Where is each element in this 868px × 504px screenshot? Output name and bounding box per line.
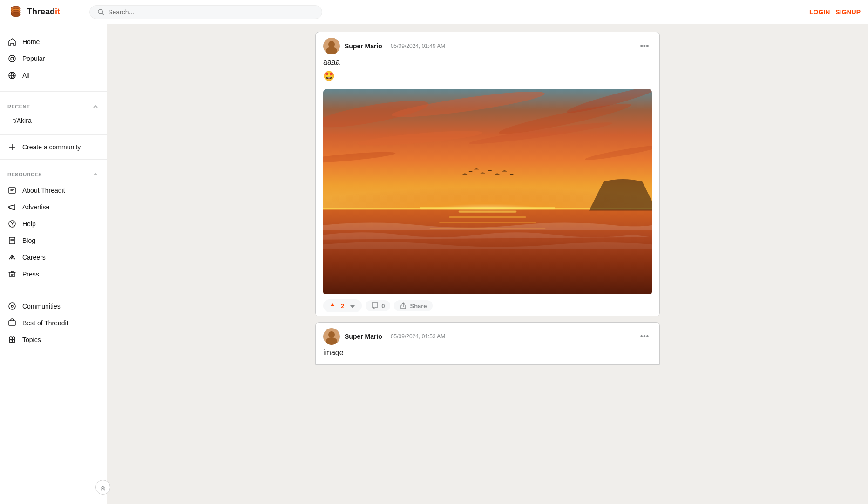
post-1-menu-button[interactable]: ••• xyxy=(637,39,652,54)
post-1-vote-count: 2 xyxy=(339,302,346,309)
post-1-avatar xyxy=(323,38,340,54)
svg-point-8 xyxy=(9,55,15,62)
post-1-comment-button[interactable]: 0 xyxy=(366,300,390,311)
advertise-icon xyxy=(7,202,17,212)
post-2-menu-button[interactable]: ••• xyxy=(637,329,652,344)
sidebar-item-press[interactable]: Press xyxy=(0,266,107,282)
upvote-icon xyxy=(329,302,336,309)
svg-rect-39 xyxy=(459,211,517,213)
comment-icon xyxy=(371,302,379,309)
topics-icon xyxy=(7,335,17,344)
resources-section-header[interactable]: RESOURCES xyxy=(0,167,107,182)
share-icon xyxy=(400,302,407,309)
plus-icon xyxy=(7,142,17,152)
post-2-author: Super Mario xyxy=(345,333,382,340)
press-icon xyxy=(7,269,17,279)
header: Threadit LOGIN SIGNUP xyxy=(0,0,868,24)
post-1-downvote-button[interactable] xyxy=(348,301,357,310)
signup-button[interactable]: SIGNUP xyxy=(835,8,861,16)
svg-point-24 xyxy=(328,41,335,47)
sidebar-item-popular[interactable]: Popular xyxy=(0,50,107,67)
sidebar-item-blog[interactable]: Blog xyxy=(0,232,107,249)
sidebar: Home Popular xyxy=(0,24,107,504)
other-section: Communities Best of Threadit xyxy=(0,294,107,352)
sidebar-item-careers[interactable]: Careers xyxy=(0,249,107,266)
create-community-label: Create a community xyxy=(22,143,81,151)
sidebar-item-all[interactable]: All xyxy=(0,67,107,84)
sidebar-nav-section: Home Popular xyxy=(0,30,107,87)
svg-rect-12 xyxy=(9,188,15,193)
home-icon xyxy=(7,37,17,47)
sidebar-item-best-of-threadit[interactable]: Best of Threadit xyxy=(0,315,107,331)
svg-point-44 xyxy=(328,331,335,338)
post-card-1: Super Mario 05/09/2024, 01:49 AM ••• aaa… xyxy=(315,32,660,316)
svg-rect-37 xyxy=(420,207,556,209)
sidebar-item-popular-label: Popular xyxy=(22,55,45,62)
scroll-top-button[interactable] xyxy=(95,480,110,495)
chevron-up-double-icon xyxy=(99,484,107,491)
svg-point-20 xyxy=(12,337,15,340)
sidebar-item-home[interactable]: Home xyxy=(0,34,107,50)
sidebar-item-communities[interactable]: Communities xyxy=(0,298,107,315)
logo-icon xyxy=(7,4,24,20)
layout: Home Popular xyxy=(0,24,868,504)
search-icon xyxy=(97,8,104,16)
divider-3 xyxy=(0,159,107,160)
post-1-header: Super Mario 05/09/2024, 01:49 AM ••• xyxy=(316,32,659,58)
svg-point-17 xyxy=(11,305,13,307)
recent-item-akira[interactable]: t/Akira xyxy=(0,114,107,127)
post-1-emoji: 🤩 xyxy=(323,70,652,81)
svg-point-25 xyxy=(326,47,337,54)
create-community-button[interactable]: Create a community xyxy=(0,139,107,155)
popular-icon xyxy=(7,54,17,63)
sidebar-item-help[interactable]: Help xyxy=(0,215,107,232)
post-2-time: 05/09/2024, 01:53 AM xyxy=(391,333,445,340)
logo[interactable]: Threadit xyxy=(7,4,82,20)
post-2-header: Super Mario 05/09/2024, 01:53 AM ••• xyxy=(316,323,659,349)
logo-text: Threadit xyxy=(27,7,60,17)
chevron-up-icon-2 xyxy=(92,171,99,178)
svg-point-19 xyxy=(9,337,12,340)
divider-4 xyxy=(0,290,107,290)
post-feed: Super Mario 05/09/2024, 01:49 AM ••• aaa… xyxy=(315,32,660,365)
svg-point-14 xyxy=(12,226,13,227)
divider-2 xyxy=(0,134,107,135)
sidebar-item-home-label: Home xyxy=(22,38,40,46)
recent-section-header[interactable]: RECENT xyxy=(0,99,107,114)
svg-rect-40 xyxy=(449,216,526,218)
svg-point-21 xyxy=(9,340,12,343)
post-1-share-button[interactable]: Share xyxy=(394,300,432,311)
post-card-2: Super Mario 05/09/2024, 01:53 AM ••• ima… xyxy=(315,322,660,365)
post-2-avatar xyxy=(323,328,340,345)
post-1-upvote-button[interactable] xyxy=(328,301,337,310)
header-right: LOGIN SIGNUP xyxy=(809,8,861,16)
sidebar-item-advertise[interactable]: Advertise xyxy=(0,199,107,215)
resources-section: RESOURCES About Threadit xyxy=(0,163,107,286)
post-1-header-left: Super Mario 05/09/2024, 01:49 AM xyxy=(323,38,445,54)
post-1-vote-area: 2 xyxy=(323,299,362,312)
downvote-icon xyxy=(349,302,356,309)
post-2-title: image xyxy=(323,349,652,357)
sidebar-item-all-label: All xyxy=(22,72,30,79)
svg-point-22 xyxy=(12,340,15,343)
about-icon xyxy=(7,186,17,195)
post-1-footer: 2 0 xyxy=(316,296,659,316)
login-button[interactable]: LOGIN xyxy=(809,8,830,16)
search-input[interactable] xyxy=(108,8,314,16)
post-2-header-left: Super Mario 05/09/2024, 01:53 AM xyxy=(323,328,445,345)
recent-section: RECENT t/Akira xyxy=(0,95,107,131)
help-icon xyxy=(7,219,17,228)
chevron-up-icon xyxy=(92,103,99,110)
main-content: Super Mario 05/09/2024, 01:49 AM ••• aaa… xyxy=(107,24,868,504)
post-1-body: aaaa 🤩 xyxy=(316,58,659,89)
search-bar[interactable] xyxy=(89,5,322,19)
svg-point-45 xyxy=(326,337,337,345)
best-icon xyxy=(7,318,17,328)
all-icon xyxy=(7,71,17,80)
post-1-author: Super Mario xyxy=(345,42,382,50)
sidebar-item-about[interactable]: About Threadit xyxy=(0,182,107,199)
careers-icon xyxy=(7,253,17,262)
divider-1 xyxy=(0,91,107,92)
svg-point-9 xyxy=(11,57,14,60)
sidebar-item-topics[interactable]: Topics xyxy=(0,331,107,348)
